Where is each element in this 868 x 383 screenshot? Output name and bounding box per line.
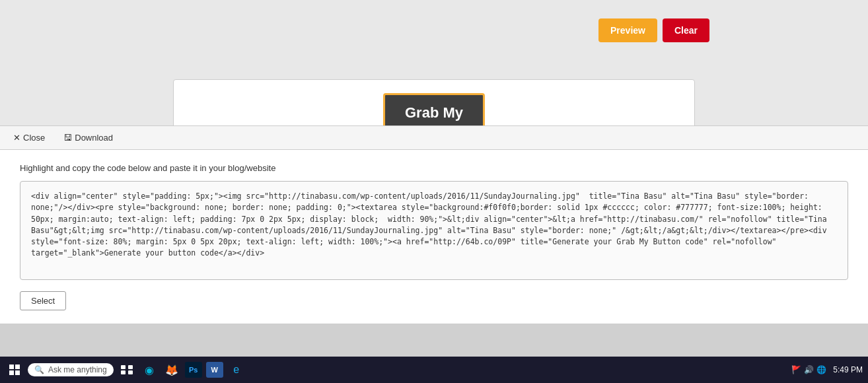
modal-body: Highlight and copy the code below and pa… bbox=[0, 150, 868, 324]
modal-header: ✕ Close 🖫 Download bbox=[0, 126, 868, 150]
modal-close-button[interactable]: ✕ Close bbox=[11, 131, 48, 144]
preview-button[interactable]: Preview bbox=[598, 18, 657, 42]
taskbar: 🔍 Ask me anything ◉ 🦊 Ps W e 🚩 🔊 🌐 5:49 … bbox=[0, 357, 868, 383]
windows-icon[interactable] bbox=[5, 361, 24, 379]
modal-download-button[interactable]: 🖫 Download bbox=[61, 131, 116, 144]
svg-rect-0 bbox=[9, 365, 14, 369]
close-x-icon: ✕ bbox=[13, 133, 20, 143]
download-icon: 🖫 bbox=[63, 133, 72, 143]
taskbar-right: 🚩 🔊 🌐 5:49 PM bbox=[791, 365, 863, 374]
ie-icon[interactable]: e bbox=[227, 361, 246, 379]
svg-rect-2 bbox=[9, 370, 14, 375]
flag-icon: 🚩 bbox=[791, 365, 801, 374]
close-label: Close bbox=[23, 133, 45, 143]
search-text: Ask me anything bbox=[48, 365, 107, 374]
cortana-icon[interactable]: ◉ bbox=[140, 361, 159, 379]
svg-rect-7 bbox=[128, 370, 133, 374]
top-area: Preview Clear Grab My bbox=[0, 0, 868, 129]
toolbar-buttons: Preview Clear bbox=[598, 18, 709, 42]
network-icon: 🌐 bbox=[816, 365, 826, 374]
svg-rect-1 bbox=[15, 365, 20, 369]
taskbar-left: 🔍 Ask me anything ◉ 🦊 Ps W e bbox=[5, 361, 246, 379]
sys-icons: 🚩 🔊 🌐 bbox=[791, 365, 826, 374]
clear-button[interactable]: Clear bbox=[663, 18, 709, 42]
task-view-icon[interactable] bbox=[118, 361, 136, 379]
speaker-icon: 🔊 bbox=[804, 365, 814, 374]
svg-rect-5 bbox=[128, 365, 133, 369]
taskbar-time: 5:49 PM bbox=[833, 365, 863, 374]
search-icon: 🔍 bbox=[34, 365, 44, 374]
modal-instruction: Highlight and copy the code below and pa… bbox=[20, 163, 848, 173]
modal-panel: ✕ Close 🖫 Download Highlight and copy th… bbox=[0, 125, 868, 324]
svg-rect-4 bbox=[121, 365, 126, 369]
taskbar-search[interactable]: 🔍 Ask me anything bbox=[28, 363, 114, 376]
code-textarea[interactable] bbox=[20, 181, 848, 280]
photoshop-icon[interactable]: Ps bbox=[185, 362, 202, 378]
select-button[interactable]: Select bbox=[20, 291, 66, 310]
firefox-icon[interactable]: 🦊 bbox=[163, 361, 181, 379]
word-icon[interactable]: W bbox=[206, 362, 223, 378]
download-label: Download bbox=[75, 133, 113, 143]
svg-rect-6 bbox=[121, 370, 126, 374]
svg-rect-3 bbox=[15, 370, 20, 375]
